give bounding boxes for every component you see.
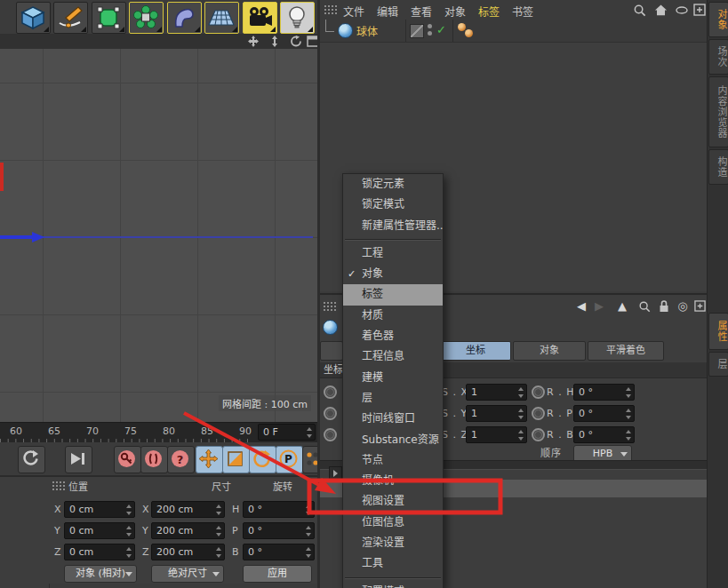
sx-field[interactable]: 1: [466, 384, 527, 401]
rot-h-field[interactable]: 0 °: [243, 501, 315, 518]
spinner[interactable]: [306, 505, 312, 515]
om-menu-view[interactable]: 查看: [411, 4, 432, 19]
bend-deformer-tool[interactable]: [167, 2, 202, 34]
tab-object[interactable]: 对象: [513, 341, 586, 361]
tab-takes[interactable]: 场次: [708, 39, 728, 75]
menu-item-lock-element[interactable]: 锁定元素: [343, 174, 443, 195]
size-mode-dropdown[interactable]: 绝对尺寸: [151, 565, 224, 583]
spinner[interactable]: [216, 547, 222, 558]
loop-playback-button[interactable]: [18, 446, 45, 473]
sy-field[interactable]: 1: [466, 405, 527, 422]
camera-tool[interactable]: [243, 2, 277, 34]
forward-icon[interactable]: ▶: [592, 299, 606, 313]
pos-z-field[interactable]: 0 cm: [64, 544, 135, 560]
spinner[interactable]: [126, 547, 132, 558]
tab-content-browser[interactable]: 内容浏览器: [708, 76, 728, 147]
pan-icon[interactable]: [247, 36, 260, 47]
menu-item-lock-mode[interactable]: 锁定模式: [343, 195, 443, 215]
object-name[interactable]: 球体: [356, 23, 378, 38]
tab-layers[interactable]: 层: [708, 352, 728, 377]
enabled-check[interactable]: ✓: [436, 23, 446, 36]
rp-field[interactable]: 0 °: [573, 405, 635, 422]
record-dot[interactable]: [532, 428, 545, 441]
menu-item-project[interactable]: 工程: [343, 243, 443, 264]
spinner[interactable]: [216, 505, 222, 515]
pos-y-field[interactable]: 0 cm: [64, 522, 135, 539]
visibility-dot-bottom[interactable]: [428, 31, 432, 36]
menu-item-nodes[interactable]: 节点: [343, 450, 443, 471]
eye-icon[interactable]: [676, 6, 688, 14]
keyframe-help-button[interactable]: ?: [167, 446, 195, 473]
spinner[interactable]: [518, 430, 524, 441]
menu-item-viewport-settings[interactable]: 视图设置: [343, 491, 443, 512]
light-tool[interactable]: [280, 2, 315, 34]
tab-coordinates[interactable]: 坐标: [440, 341, 511, 361]
target-icon[interactable]: ◎: [676, 299, 690, 313]
om-menu-object[interactable]: 对象: [444, 4, 466, 19]
spinner[interactable]: [518, 409, 524, 419]
menu-item-new-attribute-manager[interactable]: 新建属性管理器...: [343, 216, 443, 236]
new-panel-icon[interactable]: [693, 4, 706, 16]
record-scale-button[interactable]: [222, 446, 250, 473]
mograph-cloner-tool[interactable]: [129, 2, 164, 34]
menu-item-bitmap-info[interactable]: 位图信息: [343, 513, 443, 533]
cube-primitive-tool[interactable]: [16, 2, 51, 34]
sz-field[interactable]: 1: [466, 426, 527, 443]
size-y-field[interactable]: 200 cm: [151, 522, 225, 539]
rot-p-field[interactable]: 0 °: [243, 522, 315, 539]
lock-icon[interactable]: [658, 299, 670, 313]
menu-item-material[interactable]: 材质: [343, 306, 443, 326]
menu-item-modeling[interactable]: 建模: [343, 368, 443, 388]
current-frame-field[interactable]: 0 F: [258, 424, 316, 441]
tab-phong[interactable]: 平滑着色(Phong): [588, 341, 664, 361]
rh-field[interactable]: 0 °: [573, 384, 635, 401]
visibility-dot-top[interactable]: [428, 24, 432, 28]
search-icon[interactable]: [638, 300, 651, 313]
menu-item-render-settings[interactable]: 渲染设置: [343, 533, 443, 553]
om-menu-file[interactable]: 文件: [343, 4, 364, 19]
search-icon[interactable]: [633, 4, 646, 17]
panel-grip-icon[interactable]: [324, 4, 337, 15]
subdivision-surface-tool[interactable]: [92, 2, 126, 34]
tag-icon[interactable]: [465, 29, 473, 37]
om-menu-edit[interactable]: 编辑: [377, 4, 398, 19]
tab-structure[interactable]: 构造: [708, 149, 728, 185]
menu-item-object[interactable]: ✓对象: [343, 264, 443, 284]
layer-color-box[interactable]: [410, 24, 424, 38]
record-dot[interactable]: [324, 428, 337, 441]
position-mode-dropdown[interactable]: 对象 (相对): [64, 565, 137, 583]
spinner[interactable]: [306, 526, 312, 536]
record-position-button[interactable]: [196, 446, 223, 473]
goto-end-button[interactable]: [65, 446, 92, 473]
size-x-field[interactable]: 200 cm: [151, 501, 225, 518]
spinner[interactable]: [306, 547, 312, 558]
menu-item-project-info[interactable]: 工程信息: [343, 346, 443, 367]
menu-item-timeline-window[interactable]: 时间线窗口: [343, 409, 443, 429]
record-rotation-button[interactable]: [249, 446, 276, 473]
record-dot[interactable]: [324, 385, 337, 399]
home-icon[interactable]: [654, 4, 668, 17]
panel-grip-icon[interactable]: [52, 481, 65, 491]
record-dot[interactable]: [532, 385, 545, 399]
record-dot[interactable]: [532, 407, 545, 420]
rb-field[interactable]: 0 °: [573, 426, 635, 443]
pen-spline-tool[interactable]: [53, 2, 88, 34]
tab-basic-fragment[interactable]: [320, 341, 343, 361]
apply-button[interactable]: 应用: [243, 565, 312, 583]
tab-attributes[interactable]: 属性: [708, 313, 728, 350]
frame-spinner[interactable]: [307, 427, 313, 438]
sphere-object-icon[interactable]: [338, 23, 353, 38]
tab-objects[interactable]: 对象: [708, 2, 728, 37]
size-z-field[interactable]: 200 cm: [151, 544, 225, 560]
object-row-sphere[interactable]: 球体 ✓: [320, 20, 707, 43]
spinner[interactable]: [126, 526, 132, 536]
om-menu-bookmarks[interactable]: 书签: [512, 4, 533, 19]
om-menu-tags[interactable]: 标签: [478, 4, 500, 19]
spinner[interactable]: [216, 526, 222, 536]
rot-b-field[interactable]: 0 °: [243, 544, 315, 560]
viewport-canvas[interactable]: 网格间距 : 100 cm: [0, 49, 318, 422]
record-dot[interactable]: [324, 407, 337, 420]
rotate-icon[interactable]: [290, 36, 302, 47]
back-icon[interactable]: ◀: [574, 299, 588, 313]
menu-item-layers[interactable]: 层: [343, 388, 443, 409]
